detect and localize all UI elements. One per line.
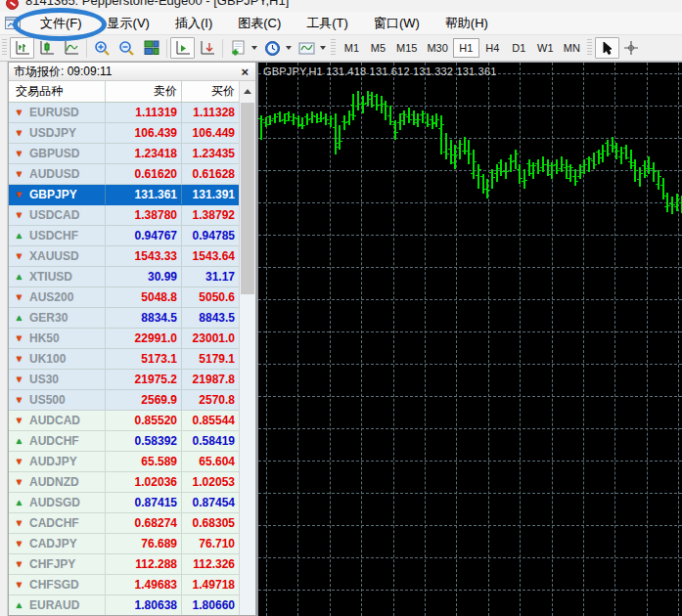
price-bar — [427, 113, 429, 127]
price-bar — [473, 150, 475, 179]
chart-window-icon[interactable] — [5, 17, 21, 29]
timeframe-button-m30[interactable]: M30 — [422, 38, 452, 58]
timeframe-button-w1[interactable]: W1 — [532, 38, 559, 58]
clock-icon — [264, 40, 281, 57]
line-chart-button[interactable] — [59, 37, 83, 59]
market-watch-row-us500[interactable]: ▼US5002569.92570.8 — [9, 390, 255, 411]
periods-button[interactable] — [260, 37, 285, 59]
market-watch-row-audsgd[interactable]: ▲AUDSGD0.874150.87454 — [9, 493, 255, 513]
column-header-ask[interactable]: 买价 — [181, 81, 239, 102]
column-header-bid[interactable]: 卖价 — [105, 81, 181, 102]
market-watch-row-xauusd[interactable]: ▼XAUUSD1543.331543.64 — [9, 246, 255, 267]
market-watch-row-hk50[interactable]: ▼HK5022991.023001.0 — [9, 329, 255, 349]
ask-price: 0.87454 — [181, 493, 239, 512]
menu-item-1[interactable]: 显示(V) — [95, 12, 162, 35]
zoom-out-button[interactable] — [114, 37, 139, 59]
ask-price: 131.391 — [181, 185, 239, 204]
crosshair-button[interactable] — [619, 37, 644, 59]
templates-dropdown-caret[interactable] — [320, 46, 326, 50]
close-tick — [276, 116, 278, 117]
market-watch-row-aus200[interactable]: ▼AUS2005048.85050.6 — [9, 287, 255, 308]
open-tick — [383, 104, 385, 105]
market-watch-row-audcad[interactable]: ▼AUDCAD0.855200.85544 — [9, 411, 255, 431]
arrow-up-icon: ▲ — [14, 273, 24, 282]
candlestick-chart-button[interactable] — [34, 37, 59, 59]
symbol-name: USDCHF — [29, 229, 78, 242]
arrow-down-icon: ▼ — [14, 170, 24, 179]
close-tick — [461, 144, 463, 145]
chart-area[interactable]: GBPJPY,H1 131.418 131.612 131.332 131.36… — [256, 62, 682, 616]
price-bar — [491, 169, 493, 189]
close-tick — [437, 119, 439, 120]
market-watch-row-ger30[interactable]: ▲GER308834.58843.5 — [9, 308, 255, 329]
market-watch-row-audusd[interactable]: ▼AUDUSD0.616200.61628 — [9, 164, 255, 185]
grid-line-horizontal — [258, 202, 682, 203]
templates-button[interactable] — [295, 37, 319, 59]
scrollbar-up-button[interactable] — [240, 81, 255, 101]
open-tick — [360, 104, 362, 105]
timeframe-button-d1[interactable]: D1 — [506, 38, 532, 58]
price-bar — [417, 113, 419, 127]
market-watch-row-audchf[interactable]: ▲AUDCHF0.583920.58419 — [9, 431, 255, 452]
arrow-down-icon: ▼ — [14, 519, 24, 528]
timeframe-button-h4[interactable]: H4 — [479, 38, 506, 58]
arrow-down-icon: ▼ — [14, 109, 24, 117]
timeframe-button-m1[interactable]: M1 — [339, 38, 365, 58]
close-icon[interactable]: × — [239, 66, 250, 78]
market-watch-row-us30[interactable]: ▼US3021975.221987.8 — [9, 370, 255, 390]
open-tick — [304, 116, 306, 117]
menu-item-2[interactable]: 插入(I) — [162, 12, 225, 35]
scrollbar-thumb[interactable] — [241, 103, 254, 294]
periods-dropdown-caret[interactable] — [286, 46, 292, 50]
new-chart-button[interactable] — [226, 37, 250, 59]
toolbar-grip[interactable] — [587, 39, 592, 57]
grid-line-horizontal — [258, 461, 682, 462]
close-tick — [622, 153, 624, 154]
menu-item-0[interactable]: 文件(F) — [27, 12, 95, 35]
toolbar-grip[interactable] — [2, 39, 7, 57]
market-watch-row-cadchf[interactable]: ▼CADCHF0.682740.68305 — [9, 513, 255, 534]
timeframe-button-mn[interactable]: MN — [559, 38, 585, 58]
menu-item-3[interactable]: 图表(C) — [225, 12, 294, 35]
toolbar-grip[interactable] — [331, 39, 336, 57]
tile-windows-button[interactable] — [139, 37, 163, 59]
market-watch-row-audnzd[interactable]: ▼AUDNZD1.020361.02053 — [9, 472, 255, 493]
market-watch-row-usdcad[interactable]: ▼USDCAD1.387801.38792 — [9, 205, 255, 226]
menu-item-6[interactable]: 帮助(H) — [432, 12, 501, 35]
new-chart-dropdown-caret[interactable] — [251, 46, 257, 50]
market-watch-row-audjpy[interactable]: ▼AUDJPY65.58965.604 — [9, 452, 255, 472]
bar-chart-button[interactable] — [10, 37, 34, 59]
market-watch-row-cadjpy[interactable]: ▼CADJPY76.68976.710 — [9, 534, 255, 554]
close-tick — [369, 95, 371, 96]
grid-line-horizontal — [258, 138, 682, 139]
market-watch-row-usdjpy[interactable]: ▼USDJPY106.439106.449 — [9, 123, 255, 144]
market-watch-row-eurusd[interactable]: ▼EURUSD1.113191.11328 — [9, 103, 255, 123]
menu-item-5[interactable]: 窗口(W) — [361, 12, 432, 35]
market-watch-row-usdchf[interactable]: ▲USDCHF0.947670.94785 — [9, 226, 255, 246]
zoom-in-button[interactable] — [90, 37, 114, 59]
market-watch-title-bar[interactable]: 市场报价: 09:09:11 × — [9, 63, 255, 81]
crosshair-icon — [623, 40, 639, 56]
auto-scroll-button[interactable] — [170, 37, 195, 59]
price-bar — [648, 156, 650, 174]
menu-item-4[interactable]: 工具(T) — [294, 12, 361, 35]
close-tick — [488, 190, 490, 191]
open-tick — [420, 114, 422, 115]
timeframe-button-m15[interactable]: M15 — [391, 38, 422, 58]
market-watch-row-uk100[interactable]: ▼UK1005173.15179.1 — [9, 349, 255, 370]
open-tick — [341, 121, 343, 122]
market-watch-row-euraud[interactable]: ▲EURAUD1.806381.80660 — [9, 595, 255, 615]
market-watch-row-xtiusd[interactable]: ▲XTIUSD30.9931.17 — [9, 267, 255, 287]
market-watch-row-gbpjpy[interactable]: ▼GBPJPY131.361131.391 — [9, 185, 255, 205]
market-watch-row-gbpusd[interactable]: ▼GBPUSD1.234181.23435 — [9, 144, 255, 164]
timeframe-button-m5[interactable]: M5 — [365, 38, 391, 58]
open-tick — [291, 120, 293, 121]
cursor-button[interactable] — [595, 37, 619, 59]
bid-price: 1.23418 — [105, 144, 181, 163]
chart-shift-button[interactable] — [195, 37, 219, 59]
market-watch-row-chfjpy[interactable]: ▼CHFJPY112.288112.326 — [9, 554, 255, 575]
column-header-symbol[interactable]: 交易品种 — [9, 83, 105, 100]
market-watch-row-chfsgd[interactable]: ▼CHFSGD1.496831.49718 — [9, 575, 255, 595]
timeframe-button-h1[interactable]: H1 — [453, 38, 479, 58]
market-watch-scrollbar[interactable] — [239, 81, 255, 615]
